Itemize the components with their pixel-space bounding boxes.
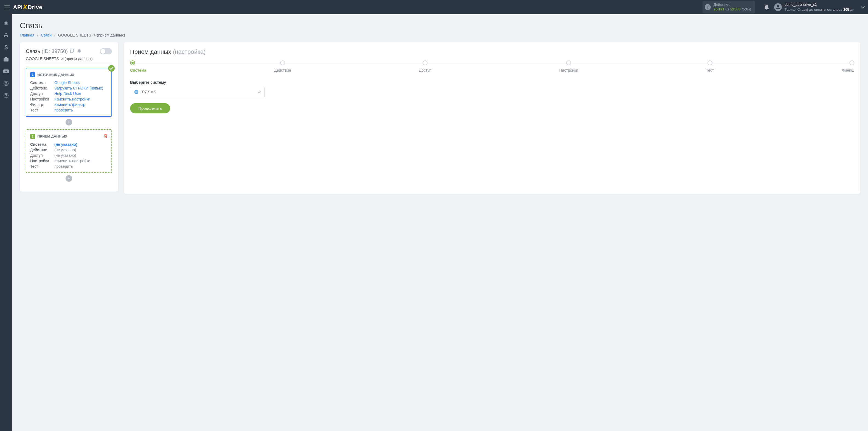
connection-id: (ID: 39750) bbox=[42, 48, 68, 54]
row-label: Доступ bbox=[30, 153, 54, 158]
connection-subtitle: GOOGLE SHEETS -> (прием данных) bbox=[26, 57, 112, 63]
step-dot bbox=[423, 60, 428, 65]
copy-icon[interactable] bbox=[70, 48, 74, 54]
enable-toggle[interactable] bbox=[100, 48, 112, 54]
step-label: Система bbox=[130, 68, 146, 72]
row-value[interactable]: Google Sheets bbox=[54, 81, 80, 85]
source-row: ДействиеЗагрузить СТРОКИ (новые) bbox=[30, 85, 107, 91]
actions-title: Действия: bbox=[713, 2, 751, 7]
step-dot bbox=[708, 60, 712, 65]
nav-help[interactable] bbox=[3, 93, 9, 98]
dest-title: ПРИЕМ ДАННЫХ bbox=[37, 134, 67, 138]
step[interactable]: Действие bbox=[274, 60, 291, 72]
service-icon bbox=[134, 89, 139, 95]
dest-num: 2 bbox=[30, 134, 35, 139]
step[interactable]: Настройки bbox=[559, 60, 578, 72]
nav-connections[interactable] bbox=[3, 32, 9, 38]
page-title: Связь bbox=[20, 21, 860, 30]
chevron-down-icon bbox=[258, 90, 261, 94]
step[interactable]: Система bbox=[130, 60, 146, 72]
nav-briefcase[interactable] bbox=[3, 57, 9, 62]
setup-title: Прием данных (настройка) bbox=[130, 48, 854, 56]
breadcrumb-links[interactable]: Связи bbox=[41, 33, 52, 37]
row-label: Настройки bbox=[30, 97, 54, 101]
settings-icon[interactable] bbox=[76, 48, 81, 54]
svg-rect-0 bbox=[5, 33, 7, 34]
content: Связь Главная / Связи / GOOGLE SHEETS ->… bbox=[12, 14, 868, 431]
dest-row: Доступ(не указано) bbox=[30, 153, 107, 158]
user-avatar bbox=[774, 3, 782, 11]
nav-home[interactable] bbox=[3, 20, 9, 26]
row-label: Тест bbox=[30, 108, 54, 112]
sidebar bbox=[0, 14, 12, 431]
continue-button[interactable]: Продолжить bbox=[130, 103, 170, 113]
breadcrumb: Главная / Связи / GOOGLE SHEETS -> (прие… bbox=[20, 33, 860, 37]
connection-title: Связь (ID: 39750) bbox=[26, 48, 81, 54]
source-row: ДоступHelp Desk User bbox=[30, 91, 107, 96]
step-dot bbox=[280, 60, 285, 65]
add-source-button[interactable]: + bbox=[66, 119, 72, 125]
menu-button[interactable] bbox=[3, 3, 11, 11]
user-circle-icon bbox=[4, 81, 8, 86]
dest-row: Система(не указано) bbox=[30, 142, 107, 147]
notifications-button[interactable] bbox=[764, 4, 769, 10]
row-label: Система bbox=[30, 142, 54, 147]
system-select[interactable]: D7 SMS bbox=[130, 87, 265, 97]
actions-used: 25'191 bbox=[713, 7, 724, 11]
row-value[interactable]: изменить фильтр bbox=[54, 102, 85, 107]
source-row: СистемаGoogle Sheets bbox=[30, 80, 107, 85]
dollar-icon bbox=[4, 44, 8, 50]
row-value: (не указано) bbox=[54, 148, 76, 152]
select-system-label: Выберите систему bbox=[130, 80, 854, 85]
source-row: Настройкиизменить настройки bbox=[30, 96, 107, 102]
svg-point-7 bbox=[6, 96, 6, 97]
dest-block-title: 2 ПРИЕМ ДАННЫХ bbox=[30, 134, 107, 139]
stepper: СистемаДействиеДоступНастройкиТестФиниш bbox=[130, 60, 854, 72]
actions-total: 50'000 bbox=[730, 7, 741, 11]
setup-card: Прием данных (настройка) СистемаДействие… bbox=[124, 42, 860, 194]
svg-point-5 bbox=[5, 82, 7, 84]
step[interactable]: Тест bbox=[706, 60, 714, 72]
nav-billing[interactable] bbox=[3, 44, 9, 50]
check-icon bbox=[110, 67, 113, 70]
source-block-title: 1 ИСТОЧНИК ДАННЫХ bbox=[30, 72, 107, 77]
row-value[interactable]: Загрузить СТРОКИ (новые) bbox=[54, 86, 103, 90]
step[interactable]: Доступ bbox=[419, 60, 432, 72]
row-value[interactable]: проверить bbox=[54, 108, 73, 112]
row-value[interactable]: Help Desk User bbox=[54, 91, 81, 96]
dest-row: Настройкиизменить настройки bbox=[30, 158, 107, 164]
hamburger-icon bbox=[4, 5, 10, 9]
connection-card: Связь (ID: 39750) GOOGLE SHEETS -> (прие… bbox=[20, 42, 118, 192]
svg-rect-8 bbox=[71, 49, 73, 52]
nav-video[interactable] bbox=[3, 69, 9, 74]
header-expand-button[interactable] bbox=[861, 5, 865, 9]
user-icon bbox=[776, 5, 780, 10]
breadcrumb-current: GOOGLE SHEETS -> (прием данных) bbox=[58, 33, 125, 37]
step-label: Тест bbox=[706, 68, 714, 72]
source-block: 1 ИСТОЧНИК ДАННЫХ СистемаGoogle SheetsДе… bbox=[26, 68, 112, 117]
row-value[interactable]: изменить настройки bbox=[54, 97, 90, 101]
step-label: Финиш bbox=[842, 68, 854, 72]
add-dest-button[interactable]: + bbox=[66, 175, 72, 182]
app-header: API X Drive i Действия: 25'191 из 50'000… bbox=[0, 0, 868, 14]
row-label: Действие bbox=[30, 86, 54, 90]
row-value[interactable]: (не указано) bbox=[54, 142, 78, 147]
delete-dest-button[interactable] bbox=[104, 134, 107, 139]
breadcrumb-home[interactable]: Главная bbox=[20, 33, 34, 37]
setup-hint: (настройка) bbox=[173, 48, 206, 55]
step[interactable]: Финиш bbox=[842, 60, 854, 72]
step-label: Настройки bbox=[559, 68, 578, 72]
logo-text-api: API bbox=[13, 4, 23, 10]
info-icon: i bbox=[705, 4, 711, 10]
step-dot bbox=[849, 60, 854, 65]
nav-user[interactable] bbox=[3, 81, 9, 86]
row-label: Система bbox=[30, 81, 54, 85]
logo[interactable]: API X Drive bbox=[13, 3, 42, 11]
briefcase-icon bbox=[4, 57, 8, 61]
actions-pct: (50%) bbox=[742, 7, 751, 11]
user-info: demo_apix-drive_s2 Тариф |Старт| до опла… bbox=[784, 2, 854, 12]
svg-point-10 bbox=[135, 91, 137, 93]
dest-row: Действие(не указано) bbox=[30, 147, 107, 153]
user-block[interactable]: demo_apix-drive_s2 Тариф |Старт| до опла… bbox=[774, 2, 854, 12]
actions-box[interactable]: i Действия: 25'191 из 50'000 (50%) bbox=[703, 1, 755, 13]
